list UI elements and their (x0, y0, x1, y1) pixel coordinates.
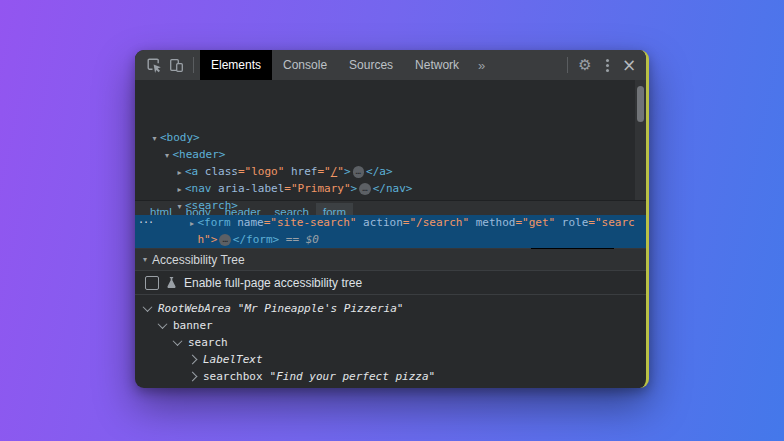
more-tabs-button[interactable]: » (470, 58, 493, 73)
toolbar-separator (193, 57, 194, 73)
code-token: <header> (173, 148, 226, 161)
tab-network[interactable]: Network (404, 50, 470, 80)
checkbox-label[interactable]: Enable full-page accessibility tree (184, 276, 362, 290)
code-token: role (555, 216, 588, 229)
main-toolbar: ElementsConsoleSourcesNetwork » ⚙ × (135, 50, 646, 80)
toolbar-separator (567, 57, 568, 73)
code-token: " (337, 165, 344, 178)
dom-tree-row[interactable]: ▾<body> (135, 130, 646, 147)
ax-tree-row[interactable]: search (135, 334, 646, 351)
code-token: <search> (185, 199, 238, 212)
ax-tree-row[interactable]: LabelText (135, 351, 646, 368)
code-token: <a (185, 165, 198, 178)
code-token: ="searc (588, 216, 634, 229)
code-token: </a> (366, 165, 393, 178)
full-page-ax-tree-row: Enable full-page accessibility tree (135, 271, 646, 295)
ax-role: searchbox (203, 368, 263, 385)
code-token: aria-label (212, 182, 285, 195)
chevron-down-icon[interactable] (173, 336, 183, 346)
code-token: method (469, 216, 515, 229)
full-page-ax-tree-checkbox[interactable] (145, 276, 159, 290)
code-token: > (344, 165, 351, 178)
expand-ellipsis-button[interactable]: … (359, 183, 370, 195)
main-tab-strip: ElementsConsoleSourcesNetwork (200, 50, 470, 80)
settings-gear-icon[interactable]: ⚙ (574, 54, 596, 76)
chevron-right-icon[interactable] (188, 355, 198, 365)
expand-arrow-icon[interactable]: ▾ (149, 131, 160, 147)
code-token: <nav (185, 182, 212, 195)
expand-arrow-icon[interactable]: ▾ (174, 199, 185, 215)
tab-console[interactable]: Console (272, 50, 338, 80)
code-token: h"> (198, 233, 218, 246)
expand-ellipsis-button[interactable]: … (353, 166, 364, 178)
ax-role: RootWebArea (158, 300, 231, 317)
code-token: </form> (233, 233, 279, 246)
ax-tree-row[interactable]: searchbox"Find your perfect pizza" (135, 368, 646, 385)
chevron-right-icon[interactable] (188, 372, 198, 382)
code-token: ="get" (515, 216, 555, 229)
device-toolbar-icon[interactable] (165, 54, 187, 76)
code-token: <form (198, 216, 231, 229)
tab-elements[interactable]: Elements (200, 50, 272, 80)
ax-name: "Find your perfect pizza" (270, 368, 436, 385)
ax-role: search (188, 334, 228, 351)
more-menu-icon[interactable] (596, 54, 618, 76)
chevron-down-icon[interactable] (143, 302, 153, 312)
expand-arrow-icon[interactable]: ▸ (174, 182, 185, 198)
code-token: ="logo" (238, 165, 284, 178)
code-token: </nav> (373, 182, 413, 195)
section-title: Accessibility Tree (152, 253, 245, 267)
devtools-window: ElementsConsoleSourcesNetwork » ⚙ × ▾<bo… (135, 50, 649, 388)
expand-arrow-icon[interactable]: ▸ (187, 216, 198, 232)
code-token: =" (317, 165, 330, 178)
scrollbar-thumb[interactable] (637, 86, 644, 122)
code-token: class (198, 165, 238, 178)
ax-tree-row[interactable]: RootWebArea"Mr Pineapple's Pizzeria" (135, 300, 646, 317)
inspect-element-icon[interactable] (143, 54, 165, 76)
close-icon[interactable]: × (618, 54, 640, 76)
experiment-flask-icon (165, 276, 178, 289)
dom-tree-row[interactable]: ▾<header> (135, 147, 646, 164)
code-token: href (284, 165, 317, 178)
code-token: ="Primary" (284, 182, 350, 195)
row-options-dots-icon[interactable]: ··· (138, 215, 153, 231)
accessibility-tree-section-header[interactable]: ▾ Accessibility Tree (135, 249, 646, 271)
collapse-arrow-icon: ▾ (143, 255, 147, 264)
code-token: name (231, 216, 264, 229)
dom-tree-row[interactable]: ···▸<form name="site-search" action="/se… (135, 215, 646, 248)
dom-tree-row[interactable]: ▸<a class="logo" href="/">…</a> (135, 164, 646, 181)
code-token: == $0 (279, 233, 319, 246)
expand-ellipsis-button[interactable]: … (219, 234, 230, 246)
code-token: > (351, 182, 358, 195)
dom-tree-row[interactable]: ▾<search> (135, 198, 646, 215)
code-token: <body> (160, 131, 200, 144)
expand-arrow-icon[interactable]: ▸ (174, 165, 185, 181)
code-token: ="site-search" (264, 216, 357, 229)
ax-name: "Mr Pineapple's Pizzeria" (238, 300, 404, 317)
dom-tree-panel: ▾<body>▾<header>▸<a class="logo" href="/… (135, 80, 646, 200)
ax-role: banner (173, 317, 213, 334)
chevron-down-icon[interactable] (158, 319, 168, 329)
code-token: action (356, 216, 402, 229)
dom-tree-row[interactable]: ▸<nav aria-label="Primary">…</nav> (135, 181, 646, 198)
tab-sources[interactable]: Sources (338, 50, 404, 80)
accessibility-tree: RootWebArea"Mr Pineapple's Pizzeria"bann… (135, 295, 646, 385)
code-token: ="/search" (403, 216, 469, 229)
ax-role: LabelText (203, 351, 263, 368)
expand-arrow-icon[interactable]: ▾ (162, 148, 173, 164)
ax-tree-row[interactable]: banner (135, 317, 646, 334)
